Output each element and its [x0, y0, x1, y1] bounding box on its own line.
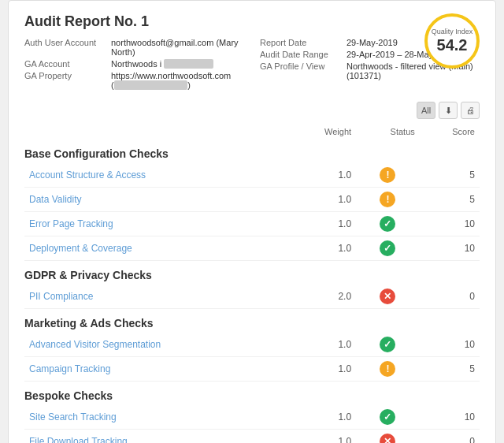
status-icon: ✕: [380, 434, 395, 443]
blurred-ga-property: ████████████: [114, 80, 188, 90]
meta-section: Auth User Account northwoodsoft@gmail.co…: [24, 38, 480, 92]
audit-table: Weight Status Score Base Configuration C…: [24, 124, 480, 443]
item-link[interactable]: Campaign Tracking: [29, 363, 110, 374]
weight-cell: 1.0: [288, 333, 356, 357]
table-row: File Download Tracking1.0✕0: [24, 430, 480, 444]
weight-cell: 1.0: [288, 163, 356, 188]
table-row: PII Compliance2.0✕0: [24, 285, 480, 309]
table-row: Campaign Tracking1.0!5: [24, 357, 480, 382]
download-button[interactable]: ⬇: [439, 102, 458, 119]
score-cell: 5: [420, 188, 480, 212]
score-cell: 10: [420, 212, 480, 236]
score-cell: 10: [420, 236, 480, 261]
report-title: Audit Report No. 1: [24, 13, 480, 30]
toolbar: All ⬇ 🖨: [24, 102, 480, 119]
print-button[interactable]: 🖨: [461, 102, 480, 119]
item-link[interactable]: PII Compliance: [29, 291, 93, 302]
status-cell: ✕: [356, 430, 420, 444]
meta-label-audit-range: Audit Date Range: [260, 50, 346, 59]
table-row: Site Search Tracking1.0✓10: [24, 405, 480, 430]
item-link[interactable]: File Download Tracking: [29, 436, 128, 443]
meta-value-report-date: 29-May-2019: [346, 38, 398, 47]
status-icon: !: [380, 192, 395, 207]
table-row: Advanced Visitor Segmentation1.0✓10: [24, 333, 480, 357]
weight-cell: 1.0: [288, 236, 356, 261]
section-header: GDPR & Privacy Checks: [24, 261, 480, 285]
meta-value-ga-account: Northwoods i ████████: [111, 59, 213, 69]
item-link[interactable]: Error Page Tracking: [29, 218, 113, 229]
item-link[interactable]: Site Search Tracking: [29, 411, 117, 423]
meta-label-ga-profile: GA Profile / View: [260, 61, 346, 80]
col-header-status: Status: [356, 124, 420, 140]
meta-value-ga-property: https://www.northwoodsoft.com (█████████…: [111, 71, 244, 90]
table-row: Deployment & Coverage1.0✓10: [24, 236, 480, 261]
status-icon: !: [380, 361, 395, 377]
item-link[interactable]: Advanced Visitor Segmentation: [29, 339, 161, 350]
status-cell: !: [356, 188, 420, 212]
col-header-name: [24, 124, 288, 140]
quality-index: Quality Index 54.2: [424, 13, 480, 69]
weight-cell: 1.0: [288, 188, 356, 212]
section-header: Marketing & Ads Checks: [24, 309, 480, 333]
score-cell: 10: [420, 333, 480, 357]
meta-label-report-date: Report Date: [260, 38, 346, 47]
audit-report-card: Audit Report No. 1 Auth User Account nor…: [8, 0, 496, 443]
status-icon: ✓: [380, 409, 395, 425]
meta-label-auth: Auth User Account: [24, 38, 111, 57]
meta-value-auth: northwoodsoft@gmail.com (Mary North): [111, 38, 244, 57]
all-button[interactable]: All: [417, 102, 435, 119]
meta-left: Auth User Account northwoodsoft@gmail.co…: [24, 38, 244, 92]
table-row: Data Validity1.0!5: [24, 188, 480, 212]
item-link[interactable]: Deployment & Coverage: [29, 243, 132, 254]
item-link[interactable]: Account Structure & Access: [29, 169, 146, 181]
item-link[interactable]: Data Validity: [29, 194, 81, 205]
qi-value: 54.2: [437, 35, 468, 54]
score-cell: 5: [420, 357, 480, 382]
weight-cell: 1.0: [288, 212, 356, 236]
status-cell: !: [356, 357, 420, 382]
status-icon: ✓: [380, 337, 395, 352]
meta-label-ga-property: GA Property: [24, 71, 111, 90]
weight-cell: 1.0: [288, 430, 356, 444]
status-cell: !: [356, 163, 420, 188]
score-cell: 5: [420, 163, 480, 188]
weight-cell: 1.0: [288, 405, 356, 430]
section-header: Bespoke Checks: [24, 382, 480, 406]
weight-cell: 2.0: [288, 285, 356, 309]
score-cell: 0: [420, 430, 480, 444]
status-icon: !: [380, 167, 395, 183]
section-header: Base Configuration Checks: [24, 140, 480, 163]
table-row: Account Structure & Access1.0!5: [24, 163, 480, 188]
blurred-ga-account: ████████: [164, 59, 213, 69]
status-icon: ✕: [380, 289, 395, 304]
status-cell: ✓: [356, 212, 420, 236]
table-row: Error Page Tracking1.0✓10: [24, 212, 480, 236]
status-cell: ✕: [356, 285, 420, 309]
status-cell: ✓: [356, 236, 420, 261]
score-cell: 0: [420, 285, 480, 309]
status-icon: ✓: [380, 216, 395, 232]
meta-label-ga-account: GA Account: [24, 59, 111, 69]
col-header-score: Score: [420, 124, 480, 140]
score-cell: 10: [420, 405, 480, 430]
col-header-weight: Weight: [288, 124, 356, 140]
weight-cell: 1.0: [288, 357, 356, 382]
status-icon: ✓: [380, 240, 395, 256]
status-cell: ✓: [356, 405, 420, 430]
status-cell: ✓: [356, 333, 420, 357]
qi-label: Quality Index: [432, 28, 473, 35]
